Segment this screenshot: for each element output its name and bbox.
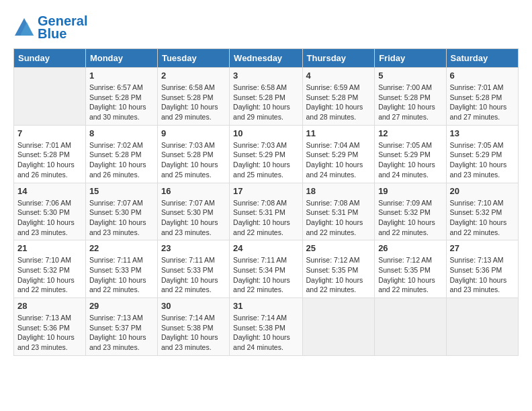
calendar-cell: 10Sunrise: 7:03 AM Sunset: 5:29 PM Dayli… xyxy=(230,125,302,183)
day-info: Sunrise: 7:11 AM Sunset: 5:33 PM Dayligh… xyxy=(161,255,226,295)
day-number: 23 xyxy=(161,243,226,253)
day-info: Sunrise: 7:08 AM Sunset: 5:31 PM Dayligh… xyxy=(233,198,298,238)
page-header: General Blue xyxy=(13,13,519,42)
day-info: Sunrise: 7:04 AM Sunset: 5:29 PM Dayligh… xyxy=(306,140,371,180)
day-number: 9 xyxy=(161,128,226,138)
day-info: Sunrise: 7:00 AM Sunset: 5:28 PM Dayligh… xyxy=(378,83,442,122)
day-info: Sunrise: 6:58 AM Sunset: 5:28 PM Dayligh… xyxy=(161,83,226,122)
day-number: 30 xyxy=(161,301,226,311)
calendar-cell: 7Sunrise: 7:01 AM Sunset: 5:28 PM Daylig… xyxy=(14,125,86,183)
day-number: 31 xyxy=(233,301,298,311)
day-info: Sunrise: 7:05 AM Sunset: 5:29 PM Dayligh… xyxy=(378,140,442,180)
calendar-cell xyxy=(302,298,375,356)
day-info: Sunrise: 7:06 AM Sunset: 5:30 PM Dayligh… xyxy=(17,198,82,238)
calendar-week-1: 1Sunrise: 6:57 AM Sunset: 5:28 PM Daylig… xyxy=(14,68,519,126)
calendar-cell: 29Sunrise: 7:13 AM Sunset: 5:37 PM Dayli… xyxy=(85,298,157,356)
day-number: 11 xyxy=(306,128,371,138)
calendar-cell: 27Sunrise: 7:13 AM Sunset: 5:36 PM Dayli… xyxy=(446,240,518,298)
calendar-cell: 25Sunrise: 7:12 AM Sunset: 5:35 PM Dayli… xyxy=(302,240,375,298)
day-number: 10 xyxy=(233,128,298,138)
day-info: Sunrise: 7:12 AM Sunset: 5:35 PM Dayligh… xyxy=(306,255,371,295)
day-info: Sunrise: 7:13 AM Sunset: 5:37 PM Dayligh… xyxy=(89,313,154,353)
day-number: 27 xyxy=(450,243,515,253)
day-number: 28 xyxy=(17,301,82,311)
day-info: Sunrise: 7:13 AM Sunset: 5:36 PM Dayligh… xyxy=(17,313,82,353)
day-header-monday: Monday xyxy=(85,49,157,68)
calendar-cell xyxy=(14,68,86,126)
day-info: Sunrise: 7:07 AM Sunset: 5:30 PM Dayligh… xyxy=(161,198,226,238)
calendar-cell: 1Sunrise: 6:57 AM Sunset: 5:28 PM Daylig… xyxy=(85,68,157,126)
calendar-table: SundayMondayTuesdayWednesdayThursdayFrid… xyxy=(13,48,519,356)
day-number: 15 xyxy=(89,186,154,196)
calendar-cell: 21Sunrise: 7:10 AM Sunset: 5:32 PM Dayli… xyxy=(14,240,86,298)
calendar-week-4: 21Sunrise: 7:10 AM Sunset: 5:32 PM Dayli… xyxy=(14,240,519,298)
day-number: 2 xyxy=(161,71,226,81)
day-info: Sunrise: 7:08 AM Sunset: 5:31 PM Dayligh… xyxy=(306,198,371,238)
day-number: 1 xyxy=(89,71,154,81)
day-info: Sunrise: 7:01 AM Sunset: 5:28 PM Dayligh… xyxy=(450,83,515,122)
day-header-saturday: Saturday xyxy=(446,49,518,68)
calendar-cell: 28Sunrise: 7:13 AM Sunset: 5:36 PM Dayli… xyxy=(14,298,86,356)
day-info: Sunrise: 7:05 AM Sunset: 5:29 PM Dayligh… xyxy=(450,140,515,180)
calendar-cell: 11Sunrise: 7:04 AM Sunset: 5:29 PM Dayli… xyxy=(302,125,375,183)
day-number: 13 xyxy=(450,128,515,138)
day-header-sunday: Sunday xyxy=(14,49,86,68)
day-info: Sunrise: 7:02 AM Sunset: 5:28 PM Dayligh… xyxy=(89,140,154,180)
day-info: Sunrise: 7:14 AM Sunset: 5:38 PM Dayligh… xyxy=(161,313,226,353)
calendar-week-2: 7Sunrise: 7:01 AM Sunset: 5:28 PM Daylig… xyxy=(14,125,519,183)
day-number: 17 xyxy=(233,186,298,196)
day-info: Sunrise: 7:10 AM Sunset: 5:32 PM Dayligh… xyxy=(17,255,82,295)
day-info: Sunrise: 7:03 AM Sunset: 5:28 PM Dayligh… xyxy=(161,140,226,180)
calendar-cell: 6Sunrise: 7:01 AM Sunset: 5:28 PM Daylig… xyxy=(446,68,518,126)
day-number: 24 xyxy=(233,243,298,253)
calendar-cell: 9Sunrise: 7:03 AM Sunset: 5:28 PM Daylig… xyxy=(157,125,229,183)
day-number: 4 xyxy=(306,71,371,81)
calendar-cell: 23Sunrise: 7:11 AM Sunset: 5:33 PM Dayli… xyxy=(157,240,229,298)
calendar-body: 1Sunrise: 6:57 AM Sunset: 5:28 PM Daylig… xyxy=(14,68,519,356)
day-info: Sunrise: 7:03 AM Sunset: 5:29 PM Dayligh… xyxy=(233,140,298,180)
day-info: Sunrise: 7:12 AM Sunset: 5:35 PM Dayligh… xyxy=(378,255,442,295)
day-info: Sunrise: 7:10 AM Sunset: 5:32 PM Dayligh… xyxy=(450,198,515,238)
calendar-cell: 30Sunrise: 7:14 AM Sunset: 5:38 PM Dayli… xyxy=(157,298,229,356)
calendar-cell: 2Sunrise: 6:58 AM Sunset: 5:28 PM Daylig… xyxy=(157,68,229,126)
calendar-cell: 22Sunrise: 7:11 AM Sunset: 5:33 PM Dayli… xyxy=(85,240,157,298)
day-header-tuesday: Tuesday xyxy=(157,49,229,68)
calendar-cell: 24Sunrise: 7:11 AM Sunset: 5:34 PM Dayli… xyxy=(230,240,302,298)
day-info: Sunrise: 6:57 AM Sunset: 5:28 PM Dayligh… xyxy=(89,83,154,122)
calendar-cell: 17Sunrise: 7:08 AM Sunset: 5:31 PM Dayli… xyxy=(230,183,302,240)
day-number: 19 xyxy=(378,186,442,196)
day-number: 3 xyxy=(233,71,298,81)
day-number: 18 xyxy=(306,186,371,196)
calendar-cell: 18Sunrise: 7:08 AM Sunset: 5:31 PM Dayli… xyxy=(302,183,375,240)
day-info: Sunrise: 7:01 AM Sunset: 5:28 PM Dayligh… xyxy=(17,140,82,180)
calendar-cell: 20Sunrise: 7:10 AM Sunset: 5:32 PM Dayli… xyxy=(446,183,518,240)
day-number: 26 xyxy=(378,243,442,253)
calendar-cell: 5Sunrise: 7:00 AM Sunset: 5:28 PM Daylig… xyxy=(375,68,446,126)
calendar-week-5: 28Sunrise: 7:13 AM Sunset: 5:36 PM Dayli… xyxy=(14,298,519,356)
day-number: 12 xyxy=(378,128,442,138)
calendar-cell: 26Sunrise: 7:12 AM Sunset: 5:35 PM Dayli… xyxy=(375,240,446,298)
calendar-cell: 15Sunrise: 7:07 AM Sunset: 5:30 PM Dayli… xyxy=(85,183,157,240)
day-info: Sunrise: 6:59 AM Sunset: 5:28 PM Dayligh… xyxy=(306,83,371,122)
day-number: 6 xyxy=(450,71,515,81)
day-info: Sunrise: 7:13 AM Sunset: 5:36 PM Dayligh… xyxy=(450,255,515,295)
calendar-cell: 13Sunrise: 7:05 AM Sunset: 5:29 PM Dayli… xyxy=(446,125,518,183)
calendar-cell: 3Sunrise: 6:58 AM Sunset: 5:28 PM Daylig… xyxy=(230,68,302,126)
logo: General Blue xyxy=(13,13,87,42)
calendar-cell: 4Sunrise: 6:59 AM Sunset: 5:28 PM Daylig… xyxy=(302,68,375,126)
calendar-header-row: SundayMondayTuesdayWednesdayThursdayFrid… xyxy=(14,49,519,68)
calendar-cell: 8Sunrise: 7:02 AM Sunset: 5:28 PM Daylig… xyxy=(85,125,157,183)
day-number: 7 xyxy=(17,128,82,138)
calendar-cell: 16Sunrise: 7:07 AM Sunset: 5:30 PM Dayli… xyxy=(157,183,229,240)
day-header-friday: Friday xyxy=(375,49,446,68)
day-number: 25 xyxy=(306,243,371,253)
calendar-cell: 12Sunrise: 7:05 AM Sunset: 5:29 PM Dayli… xyxy=(375,125,446,183)
day-number: 22 xyxy=(89,243,154,253)
logo-icon xyxy=(13,17,35,38)
day-info: Sunrise: 6:58 AM Sunset: 5:28 PM Dayligh… xyxy=(233,83,298,122)
calendar-cell: 19Sunrise: 7:09 AM Sunset: 5:32 PM Dayli… xyxy=(375,183,446,240)
calendar-cell xyxy=(375,298,446,356)
day-number: 8 xyxy=(89,128,154,138)
calendar-cell: 14Sunrise: 7:06 AM Sunset: 5:30 PM Dayli… xyxy=(14,183,86,240)
day-number: 29 xyxy=(89,301,154,311)
